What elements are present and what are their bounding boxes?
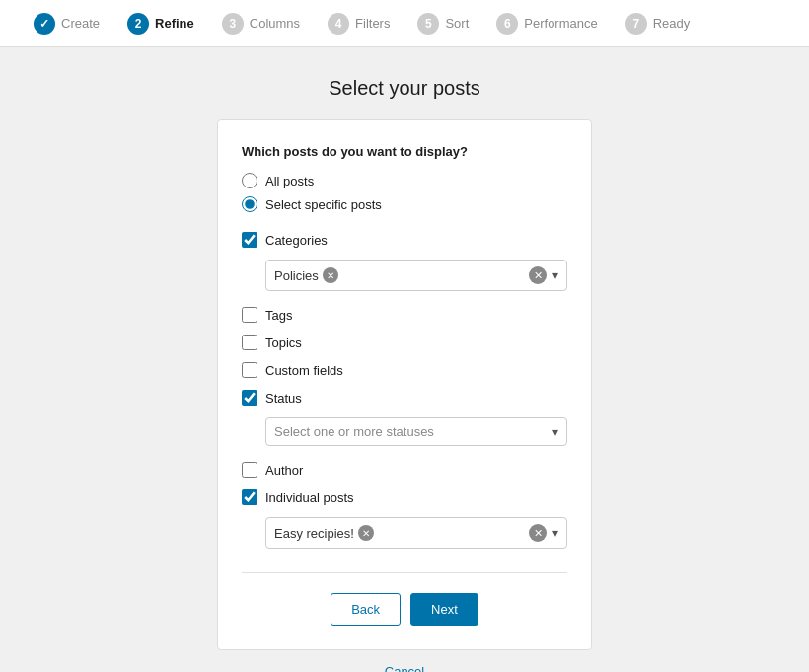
categories-tag-text: Policies xyxy=(274,268,319,283)
checkbox-custom-fields-label: Custom fields xyxy=(265,363,343,378)
status-select-placeholder: Select one or more statuses xyxy=(274,424,547,439)
step-performance-label: Performance xyxy=(524,16,597,31)
checkbox-custom-fields-input[interactable] xyxy=(242,362,257,378)
individual-posts-tag-pill: Easy recipies! ✕ xyxy=(274,525,374,541)
radio-specific-posts-input[interactable] xyxy=(242,196,257,212)
checkbox-author[interactable]: Author xyxy=(242,456,567,484)
step-performance[interactable]: 6 Performance xyxy=(482,0,611,46)
checkbox-topics-label: Topics xyxy=(265,336,302,350)
checkbox-tags[interactable]: Tags xyxy=(242,301,567,329)
categories-dropdown-icon[interactable]: ▾ xyxy=(552,268,558,282)
categories-clear-icon[interactable]: ✕ xyxy=(529,266,547,284)
step-columns-label: Columns xyxy=(250,16,300,31)
radio-specific-posts-label: Select specific posts xyxy=(265,197,382,212)
back-button[interactable]: Back xyxy=(331,593,401,626)
checkbox-status-input[interactable] xyxy=(242,390,257,406)
step-sort-num: 5 xyxy=(417,13,439,35)
categories-select[interactable]: Policies ✕ ✕ ▾ xyxy=(265,260,567,291)
step-columns-num: 3 xyxy=(222,13,244,35)
categories-tag-remove-icon[interactable]: ✕ xyxy=(323,267,338,283)
checkbox-individual-posts[interactable]: Individual posts xyxy=(242,484,567,511)
individual-posts-tag-remove-icon[interactable]: ✕ xyxy=(358,525,374,541)
checkbox-tags-label: Tags xyxy=(265,308,292,323)
radio-all-posts-input[interactable] xyxy=(242,173,257,188)
checkbox-categories[interactable]: Categories xyxy=(242,226,567,254)
step-refine-label: Refine xyxy=(155,16,194,31)
filter-checkboxes: Categories Policies ✕ ✕ ▾ Tags Topics xyxy=(242,226,567,559)
next-button[interactable]: Next xyxy=(410,593,478,626)
step-create-label: Create xyxy=(61,16,100,31)
step-create[interactable]: ✓ Create xyxy=(20,0,113,46)
page-title: Select your posts xyxy=(329,77,479,100)
cancel-link[interactable]: Cancel xyxy=(385,664,424,672)
checkbox-status[interactable]: Status xyxy=(242,384,567,411)
step-ready-label: Ready xyxy=(653,16,691,31)
step-refine-num: 2 xyxy=(127,13,149,35)
step-columns[interactable]: 3 Columns xyxy=(208,0,314,46)
checkbox-topics-input[interactable] xyxy=(242,335,257,350)
checkbox-topics[interactable]: Topics xyxy=(242,329,567,356)
checkbox-author-input[interactable] xyxy=(242,462,257,478)
main-content: Select your posts Which posts do you wan… xyxy=(0,47,809,672)
individual-posts-clear-icon[interactable]: ✕ xyxy=(529,524,547,542)
stepper: ✓ Create 2 Refine 3 Columns 4 Filters 5 … xyxy=(0,0,809,47)
step-refine[interactable]: 2 Refine xyxy=(113,0,208,46)
individual-posts-dropdown-icon[interactable]: ▾ xyxy=(552,526,558,540)
radio-specific-posts[interactable]: Select specific posts xyxy=(242,196,567,212)
step-filters[interactable]: 4 Filters xyxy=(314,0,404,46)
buttons-row: Back Next xyxy=(242,593,567,626)
step-sort[interactable]: 5 Sort xyxy=(404,0,482,46)
step-sort-label: Sort xyxy=(445,16,469,31)
step-ready-num: 7 xyxy=(625,13,647,35)
status-select[interactable]: Select one or more statuses ▾ xyxy=(265,417,567,446)
individual-posts-tag-text: Easy recipies! xyxy=(274,526,354,541)
question-label: Which posts do you want to display? xyxy=(242,144,567,159)
checkbox-author-label: Author xyxy=(265,463,303,478)
radio-all-posts[interactable]: All posts xyxy=(242,173,567,188)
individual-posts-select[interactable]: Easy recipies! ✕ ✕ ▾ xyxy=(265,517,567,549)
post-selection-radio-group: All posts Select specific posts xyxy=(242,173,567,212)
checkbox-custom-fields[interactable]: Custom fields xyxy=(242,356,567,384)
step-filters-num: 4 xyxy=(328,13,349,35)
categories-tag-pill: Policies ✕ xyxy=(274,267,338,283)
card: Which posts do you want to display? All … xyxy=(217,119,592,650)
checkbox-categories-input[interactable] xyxy=(242,232,257,248)
checkbox-individual-posts-label: Individual posts xyxy=(265,490,354,505)
step-create-icon: ✓ xyxy=(34,13,55,35)
checkmark-icon: ✓ xyxy=(39,17,49,31)
step-ready[interactable]: 7 Ready xyxy=(612,0,704,46)
checkbox-status-label: Status xyxy=(265,391,302,406)
step-filters-label: Filters xyxy=(355,16,390,31)
step-performance-num: 6 xyxy=(496,13,518,35)
checkbox-individual-posts-input[interactable] xyxy=(242,489,257,505)
checkbox-categories-label: Categories xyxy=(265,233,328,248)
status-dropdown-icon[interactable]: ▾ xyxy=(552,425,558,439)
radio-all-posts-label: All posts xyxy=(265,174,314,188)
checkbox-tags-input[interactable] xyxy=(242,307,257,323)
card-divider xyxy=(242,572,567,573)
